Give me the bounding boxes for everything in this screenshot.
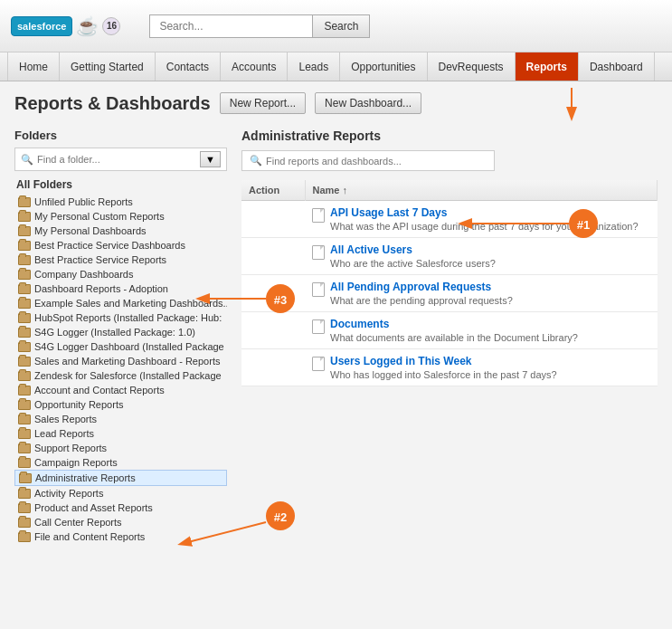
nav-getting-started[interactable]: Getting Started — [60, 52, 156, 81]
search-input[interactable] — [149, 14, 312, 38]
folder-icon — [18, 357, 31, 367]
report-name-link[interactable]: Users Logged in This Week — [330, 355, 471, 367]
folder-icon — [18, 284, 31, 294]
folder-icon — [18, 458, 31, 468]
logo-area: salesforce ☕ 16 — [11, 15, 120, 37]
folder-item[interactable]: Call Center Reports — [14, 515, 227, 529]
main-panel: Administrative Reports 🔍 Action Name ↑ — [241, 129, 658, 544]
folder-icon — [18, 255, 31, 265]
folder-search-input[interactable] — [37, 154, 196, 165]
table-row[interactable]: Users Logged in This Week Who has logged… — [241, 349, 658, 386]
folder-item[interactable]: Campaign Reports — [14, 455, 227, 470]
folder-icon — [18, 518, 31, 528]
folder-icon — [18, 489, 31, 499]
main-layout: Folders 🔍 ▼ All Folders Unfiled Public R… — [14, 129, 658, 544]
folder-icon — [18, 197, 31, 207]
report-description: What documents are available in the Docu… — [330, 332, 578, 343]
nav-opportunities[interactable]: Opportunities — [340, 52, 427, 81]
folder-icon — [18, 241, 31, 251]
folder-icon — [18, 342, 31, 352]
nav-contacts[interactable]: Contacts — [156, 52, 221, 81]
page-title: Reports & Dashboards — [14, 93, 211, 114]
folder-item[interactable]: Account and Contact Reports — [14, 383, 227, 397]
folder-icon — [18, 532, 31, 542]
folder-item[interactable]: Opportunity Reports — [14, 397, 227, 412]
name-cell: Users Logged in This Week Who has logged… — [305, 349, 658, 386]
nav-home[interactable]: Home — [7, 52, 60, 81]
folder-item[interactable]: S4G Logger Dashboard (Installed Package — [14, 339, 227, 354]
new-report-button[interactable]: New Report... — [220, 92, 306, 114]
reports-table: Action Name ↑ API Usage Last 7 Da — [241, 180, 658, 386]
report-description: What was the API usage during the past 7… — [330, 221, 639, 232]
folder-item[interactable]: Best Practice Service Dashboards — [14, 238, 227, 253]
table-row[interactable]: All Pending Approval Requests What are t… — [241, 275, 658, 312]
folder-gear-button[interactable]: ▼ — [200, 151, 221, 167]
nav-bar: Home Getting Started Contacts Accounts L… — [0, 52, 672, 81]
page-content: Reports & Dashboards New Report... New D… — [0, 81, 672, 555]
reports-search-bar: 🔍 — [241, 150, 495, 171]
folder-icon — [18, 371, 31, 381]
reports-search-input[interactable] — [266, 156, 487, 167]
folder-search-bar: 🔍 ▼ — [14, 148, 227, 171]
folder-item[interactable]: S4G Logger (Installed Package: 1.0) — [14, 325, 227, 339]
search-area: Search — [149, 14, 370, 38]
folder-item[interactable]: Product and Asset Reports — [14, 500, 227, 515]
folder-item[interactable]: File and Content Reports — [14, 529, 227, 544]
report-doc-icon — [312, 319, 325, 334]
nav-accounts[interactable]: Accounts — [221, 52, 288, 81]
folder-item[interactable]: Support Reports — [14, 441, 227, 455]
nav-leads[interactable]: Leads — [288, 52, 340, 81]
folder-item-administrative[interactable]: Administrative Reports — [14, 470, 227, 486]
name-cell: All Pending Approval Requests What are t… — [305, 275, 658, 312]
nav-devrequests[interactable]: DevRequests — [428, 52, 516, 81]
folder-item[interactable]: Sales and Marketing Dashboard - Reports — [14, 354, 227, 368]
folder-item[interactable]: Zendesk for Salesforce (Installed Packag… — [14, 368, 227, 383]
all-folders-label: All Folders — [14, 178, 227, 191]
report-name-link[interactable]: API Usage Last 7 Days — [330, 206, 447, 219]
table-row[interactable]: Documents What documents are available i… — [241, 312, 658, 349]
nav-reports[interactable]: Reports — [516, 52, 579, 81]
folder-item[interactable]: Activity Reports — [14, 486, 227, 500]
col-name: Name ↑ — [305, 180, 658, 201]
sidebar-header: Folders — [14, 129, 227, 142]
report-description: What are the pending approval requests? — [330, 295, 513, 306]
folder-item[interactable]: Sales Reports — [14, 412, 227, 426]
folder-icon — [18, 443, 31, 453]
folder-item[interactable]: Lead Reports — [14, 426, 227, 441]
folder-icon — [18, 270, 31, 280]
folder-icon — [19, 473, 32, 483]
folder-item[interactable]: Company Dashboards — [14, 267, 227, 281]
report-description: Who are the active Salesforce users? — [330, 258, 496, 269]
nav-dashboard[interactable]: Dashboard — [579, 52, 655, 81]
folder-item[interactable]: Example Sales and Marketing Dashboards..… — [14, 296, 227, 310]
search-icon: 🔍 — [21, 154, 33, 166]
top-bar: salesforce ☕ 16 Search — [0, 0, 672, 52]
folder-item[interactable]: Dashboard Reports - Adoption — [14, 281, 227, 296]
table-row[interactable]: All Active Users Who are the active Sale… — [241, 238, 658, 275]
folder-item[interactable]: HubSpot Reports (Installed Package: Hub: — [14, 310, 227, 325]
folder-item[interactable]: Best Practice Service Reports — [14, 253, 227, 267]
folder-item[interactable]: My Personal Custom Reports — [14, 209, 227, 224]
action-cell — [241, 275, 305, 312]
report-name-link[interactable]: All Pending Approval Requests — [330, 281, 491, 293]
search-button[interactable]: Search — [312, 14, 370, 38]
folder-item[interactable]: Unfiled Public Reports — [14, 195, 227, 209]
name-cell: All Active Users Who are the active Sale… — [305, 238, 658, 275]
report-doc-icon — [312, 282, 325, 297]
folder-icon — [18, 386, 31, 396]
report-name-link[interactable]: Documents — [330, 318, 389, 330]
table-header-row: Action Name ↑ — [241, 180, 658, 201]
folder-icon — [18, 212, 31, 222]
folder-item[interactable]: My Personal Dashboards — [14, 224, 227, 238]
new-dashboard-button[interactable]: New Dashboard... — [315, 92, 421, 114]
table-row[interactable]: API Usage Last 7 Days What was the API u… — [241, 201, 658, 238]
folder-icon — [18, 299, 31, 309]
page-header: Reports & Dashboards New Report... New D… — [14, 92, 658, 114]
name-cell: API Usage Last 7 Days What was the API u… — [305, 201, 658, 238]
report-name-link[interactable]: All Active Users — [330, 243, 412, 256]
salesforce-logo: salesforce — [11, 16, 72, 36]
report-doc-icon — [312, 357, 325, 371]
search-icon: 🔍 — [250, 155, 262, 167]
badge-16: 16 — [102, 17, 120, 35]
folder-icon — [18, 415, 31, 424]
